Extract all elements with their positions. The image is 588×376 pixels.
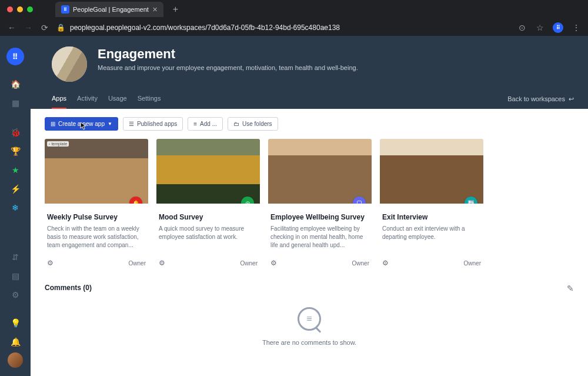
bell-icon: 🔔 (129, 197, 142, 204)
nav-back-icon[interactable]: ← (7, 23, 16, 32)
app-role-label: Owner (464, 260, 481, 267)
app-card[interactable]: ▫ template 🔔 Weekly Pulse Survey Check i… (45, 139, 148, 267)
app-settings-icon[interactable]: ⚙ (270, 259, 277, 267)
speech-icon: 🗨 (353, 197, 366, 204)
browser-tab[interactable]: ⠿ PeopleGoal | Engagement ✕ (55, 2, 163, 17)
filter-icon: ☰ (129, 121, 134, 127)
sidebar-snowflake-icon[interactable]: ❄ (7, 199, 24, 216)
chevron-down-icon: ▼ (108, 121, 112, 127)
app-role-label: Owner (352, 260, 369, 267)
action-row: ⊞ Create a new app ▼ ☰ Published apps ≡ … (45, 117, 574, 131)
template-badge: ▫ template (47, 141, 69, 147)
app-role-label: Owner (240, 260, 258, 267)
browser-menu-icon[interactable]: ⋮ (572, 23, 581, 32)
window-close-icon[interactable] (7, 6, 13, 12)
folder-icon: 🗀 (233, 121, 239, 127)
tab-activity[interactable]: Activity (77, 95, 98, 109)
app-card-title: Employee Wellbeing Survey (270, 213, 369, 221)
sidebar-grid-icon[interactable]: ▦ (7, 95, 24, 111)
add-button[interactable]: ≡ Add ... (188, 117, 223, 131)
sidebar-bug-icon[interactable]: 🐞 (7, 124, 24, 141)
app-card-description: Conduct an exit interview with a departi… (382, 225, 481, 249)
extension-icon[interactable]: ⠿ (553, 22, 563, 33)
list-icon: ≡ (193, 121, 197, 127)
sidebar-home-icon[interactable]: 🏠 (7, 76, 24, 92)
nav-reload-icon[interactable]: ⟳ (40, 23, 49, 32)
undo-icon: ↩ (569, 95, 574, 103)
app-card-title: Weekly Pulse Survey (47, 213, 146, 221)
tab-usage[interactable]: Usage (108, 95, 127, 109)
nav-forward-icon[interactable]: → (24, 23, 33, 32)
sidebar-settings-icon[interactable]: ⚙ (7, 287, 24, 303)
empty-search-icon: ≡ (298, 307, 321, 331)
sidebar-star-icon[interactable]: ★ (7, 162, 24, 178)
sidebar-help-icon[interactable]: 💡 (7, 315, 24, 331)
sidebar-user-avatar[interactable] (8, 352, 23, 368)
app-card-description: A quick mood survey to measure employee … (159, 225, 258, 249)
search-icon[interactable]: ⊙ (517, 23, 527, 32)
address-bar[interactable]: 🔒 peoplegoal.peoplegoal-v2.com/workspace… (56, 24, 510, 32)
lock-icon: 🔒 (56, 24, 65, 32)
plus-square-icon: ⊞ (51, 121, 55, 127)
app-settings-icon[interactable]: ⚙ (47, 259, 54, 267)
sidebar-logo-icon[interactable]: ⠿ (6, 48, 24, 65)
tab-title: PeopleGoal | Engagement (73, 6, 149, 13)
window-maximize-icon[interactable] (27, 6, 33, 12)
sidebar-org-icon[interactable]: ⇵ (7, 249, 24, 265)
create-app-button[interactable]: ⊞ Create a new app ▼ (45, 117, 118, 131)
app-card[interactable]: 🔄 Exit Interview Conduct an exit intervi… (380, 139, 483, 267)
edit-icon[interactable]: ✎ (567, 284, 574, 293)
tab-apps[interactable]: Apps (52, 95, 66, 109)
app-card-title: Mood Survey (159, 213, 258, 221)
comments-section: Comments (0) ✎ ≡ There are no comments t… (45, 284, 574, 361)
workspace-title: Engagement (98, 46, 358, 62)
sidebar-trophy-icon[interactable]: 🏆 (7, 143, 24, 159)
app-card-image: 🗨 (268, 139, 372, 204)
sidebar-calendar-icon[interactable]: ▤ (7, 268, 24, 284)
empty-comments-text: There are no comments to show. (45, 339, 574, 346)
workspace-subtitle: Measure and improve your employee engage… (98, 64, 358, 71)
url-text: peoplegoal.peoplegoal-v2.com/workspaces/… (70, 24, 340, 32)
new-tab-button[interactable]: + (173, 4, 178, 15)
back-to-workspaces[interactable]: Back to workspaces ↩ (507, 95, 574, 109)
app-card[interactable]: 🗨 Employee Wellbeing Survey Facilitating… (268, 139, 372, 267)
app-card-image: ▫ template 🔔 (45, 139, 148, 204)
app-card-description: Facilitating employee wellbeing by check… (270, 225, 369, 249)
app-card[interactable]: ◎ Mood Survey A quick mood survey to mea… (156, 139, 260, 267)
workspace-header: Engagement Measure and improve your empl… (31, 36, 588, 109)
published-apps-button[interactable]: ☰ Published apps (123, 117, 183, 131)
refresh-icon: 🔄 (465, 197, 477, 204)
app-card-image: 🔄 (380, 139, 483, 204)
bookmark-icon[interactable]: ☆ (535, 23, 544, 32)
app-card-title: Exit Interview (382, 213, 481, 221)
sidebar-bolt-icon[interactable]: ⚡ (7, 181, 24, 197)
window-controls (5, 6, 38, 12)
app-role-label: Owner (129, 260, 146, 267)
app-settings-icon[interactable]: ⚙ (159, 259, 165, 267)
use-folders-button[interactable]: 🗀 Use folders (228, 117, 278, 131)
sidebar-notifications-icon[interactable]: 🔔 (7, 334, 24, 350)
app-card-description: Check in with the team on a weekly basis… (47, 225, 146, 249)
peoplegoal-favicon-icon: ⠿ (61, 5, 69, 14)
app-grid: ▫ template 🔔 Weekly Pulse Survey Check i… (45, 139, 574, 267)
comments-heading: Comments (0) (45, 284, 574, 292)
app-settings-icon[interactable]: ⚙ (382, 259, 389, 267)
window-minimize-icon[interactable] (17, 6, 23, 12)
sidebar: ⠿ 🏠 ▦ 🐞 🏆 ★ ⚡ ❄ ⇵ ▤ ⚙ 💡 🔔 (0, 36, 31, 376)
tab-settings[interactable]: Settings (138, 95, 161, 109)
target-icon: ◎ (241, 197, 254, 204)
workspace-tabs: Apps Activity Usage Settings (52, 95, 161, 109)
app-card-image: ◎ (156, 139, 260, 204)
browser-chrome: ⠿ PeopleGoal | Engagement ✕ + ← → ⟳ 🔒 pe… (0, 0, 588, 36)
workspace-avatar (52, 46, 87, 82)
tab-close-icon[interactable]: ✕ (152, 6, 158, 14)
